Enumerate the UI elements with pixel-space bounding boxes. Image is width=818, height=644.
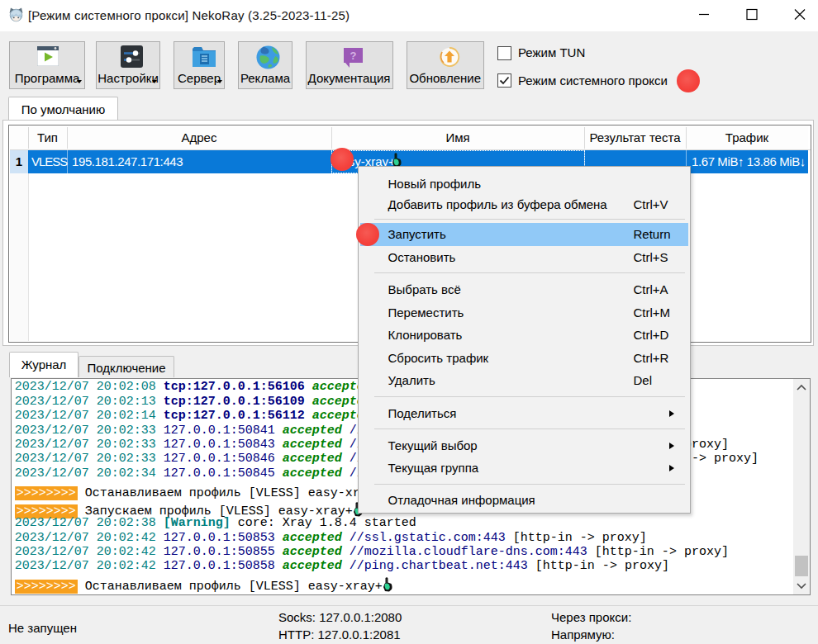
svg-text:?: ? bbox=[350, 50, 356, 62]
